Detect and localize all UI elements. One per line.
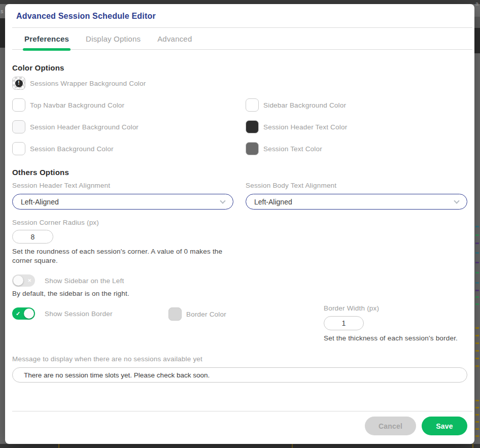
- backdrop-schedule-mark: [475, 342, 479, 344]
- backdrop-grid-line: [58, 444, 59, 448]
- backdrop-schedule-mark: [475, 407, 479, 408]
- corner-radius-input[interactable]: [12, 230, 53, 244]
- color-options-heading: Color Options: [12, 63, 467, 72]
- backdrop-navbar-edge-left: [0, 18, 5, 48]
- page-backdrop: s a Advanced Session Schedule Editor Pre…: [0, 0, 480, 448]
- session-body-alignment-select[interactable]: Left-Aligned: [246, 194, 467, 210]
- color-option-label: Sessions Wrapper Background Color: [30, 80, 146, 87]
- field-label: Border Width (px): [324, 304, 458, 312]
- color-swatch[interactable]: [12, 120, 25, 133]
- sidebar-left-toggle-row: ✕ Show Sidebar on the Left: [12, 274, 467, 287]
- backdrop-partial-text: a: [475, 1, 478, 7]
- chevron-down-icon: [454, 198, 459, 203]
- show-session-border-toggle[interactable]: ✓: [12, 307, 35, 320]
- color-option-sessions-wrapper-bg: ! Sessions Wrapper Background Color: [12, 77, 246, 90]
- color-option-label: Session Background Color: [30, 145, 114, 153]
- session-body-alignment-field: Session Body Text Alignment Left-Aligned: [246, 182, 467, 210]
- border-color-field: Border Color: [168, 307, 226, 321]
- color-option-label: Sidebar Background Color: [263, 101, 346, 109]
- backdrop-navbar-edge-right: [474, 28, 480, 53]
- backdrop-schedule-mark: [475, 290, 479, 291]
- backdrop-schedule-mark: [475, 358, 479, 359]
- backdrop-grid-line: [472, 444, 473, 448]
- color-option-session-text: Session Text Color: [246, 142, 467, 155]
- border-width-help: Set the thickness of each session's bord…: [324, 334, 458, 343]
- tab-bar: Preferences Display Options Advanced: [5, 28, 474, 49]
- backdrop-schedule-mark: [475, 428, 479, 430]
- tab-label: Display Options: [86, 35, 141, 43]
- color-option-label: Top Navbar Background Color: [30, 101, 124, 109]
- grid-spacer: [246, 77, 467, 90]
- color-swatch[interactable]: [246, 120, 259, 133]
- backdrop-schedule-mark: [475, 365, 479, 367]
- tab-advanced[interactable]: Advanced: [157, 28, 192, 49]
- advanced-session-schedule-editor-modal: Advanced Session Schedule Editor Prefere…: [5, 4, 474, 444]
- backdrop-schedule-mark: [475, 243, 479, 244]
- backdrop-grid-line: [292, 444, 293, 448]
- tab-label: Advanced: [157, 35, 192, 43]
- backdrop-schedule-mark: [475, 296, 479, 298]
- backdrop-schedule-mark: [475, 303, 479, 305]
- color-swatch[interactable]: [12, 142, 25, 155]
- others-options-heading: Others Options: [12, 168, 467, 177]
- modal-body: Color Options ! Sessions Wrapper Backgro…: [5, 50, 474, 411]
- tab-preferences[interactable]: Preferences: [24, 28, 69, 49]
- toggle-label: Show Sidebar on the Left: [45, 277, 124, 285]
- x-icon: ✕: [27, 278, 31, 283]
- session-header-alignment-select[interactable]: Left-Aligned: [12, 194, 233, 210]
- backdrop-bottom-band: [0, 444, 480, 448]
- backdrop-schedule-mark: [475, 400, 479, 401]
- border-width-input[interactable]: [324, 316, 364, 330]
- empty-message-field: Message to display when there are no ses…: [12, 355, 467, 383]
- color-option-label: Session Header Background Color: [30, 123, 139, 131]
- backdrop-schedule-mark: [475, 252, 479, 254]
- backdrop-schedule-mark: [475, 327, 479, 329]
- alignment-row: Session Header Text Alignment Left-Align…: [12, 182, 467, 210]
- corner-radius-field: Session Corner Radius (px) Set the round…: [12, 219, 467, 265]
- border-color-swatch[interactable]: [168, 307, 182, 321]
- color-swatch-transparent[interactable]: !: [12, 77, 25, 90]
- tab-label: Preferences: [24, 35, 69, 43]
- color-swatch[interactable]: [12, 98, 25, 112]
- color-option-label: Session Header Text Color: [263, 123, 347, 131]
- color-option-label: Session Text Color: [263, 145, 322, 153]
- backdrop-navbar-edge-right-upper: [474, 17, 480, 28]
- cancel-button[interactable]: Cancel: [365, 417, 416, 435]
- border-width-field: Border Width (px) Set the thickness of e…: [324, 304, 458, 343]
- color-options-grid: ! Sessions Wrapper Background Color Top …: [12, 77, 467, 155]
- session-header-alignment-field: Session Header Text Alignment Left-Align…: [12, 182, 233, 210]
- color-option-session-header-text: Session Header Text Color: [246, 120, 467, 133]
- show-sidebar-left-toggle[interactable]: ✕: [12, 274, 35, 287]
- backdrop-schedule-mark: [475, 414, 479, 416]
- alert-icon: !: [15, 80, 23, 87]
- modal-footer: Cancel Save: [12, 411, 472, 444]
- field-label: Message to display when there are no ses…: [12, 355, 467, 363]
- color-option-sidebar-bg: Sidebar Background Color: [246, 98, 467, 112]
- backdrop-top-band: [0, 0, 480, 4]
- color-option-session-header-bg: Session Header Background Color: [12, 120, 246, 133]
- empty-message-input[interactable]: [12, 367, 467, 383]
- color-option-label: Border Color: [186, 311, 226, 318]
- selected-value: Left-Aligned: [21, 198, 59, 206]
- sidebar-toggle-help: By default, the sidebar is on the right.: [12, 290, 467, 297]
- toggle-label: Show Session Border: [45, 310, 113, 318]
- backdrop-schedule-mark: [475, 282, 479, 284]
- modal-title: Advanced Session Schedule Editor: [16, 12, 463, 21]
- field-label: Session Body Text Alignment: [246, 182, 467, 189]
- field-label: Session Corner Radius (px): [12, 219, 467, 226]
- tab-display-options[interactable]: Display Options: [86, 28, 141, 49]
- color-swatch[interactable]: [246, 142, 259, 155]
- backdrop-schedule-mark: [475, 435, 479, 437]
- save-button[interactable]: Save: [422, 417, 467, 435]
- color-option-session-bg: Session Background Color: [12, 142, 246, 155]
- toggle-knob: [24, 308, 34, 319]
- color-option-top-navbar-bg: Top Navbar Background Color: [12, 98, 246, 112]
- toggle-knob: [13, 275, 23, 286]
- backdrop-partial-text: s: [1, 8, 4, 14]
- backdrop-schedule-mark: [475, 421, 479, 423]
- corner-radius-help: Set the roundness of each session's corn…: [12, 247, 238, 265]
- backdrop-schedule-mark: [475, 262, 479, 263]
- backdrop-schedule-mark: [475, 350, 479, 352]
- color-swatch[interactable]: [246, 98, 259, 112]
- session-border-toggle-group: ✓ Show Session Border: [12, 307, 113, 320]
